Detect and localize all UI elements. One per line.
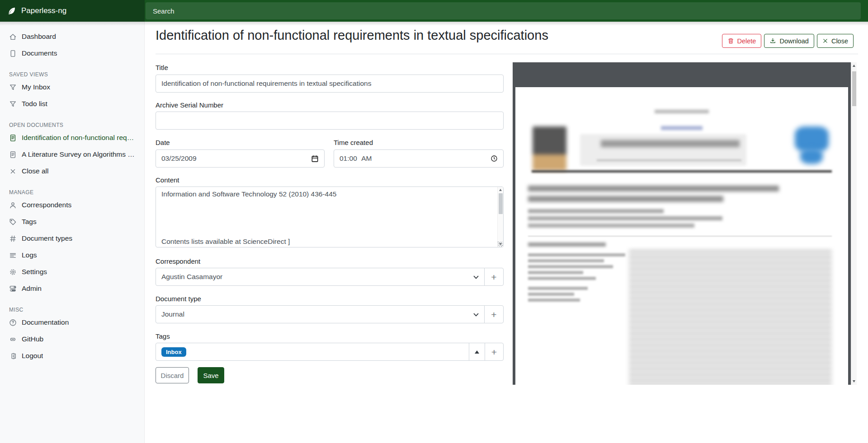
tags-input[interactable]: Inbox [156,343,469,361]
person-icon [9,201,17,209]
preview-blur-shape [528,209,664,213]
sidebar-item-admin[interactable]: Admin [0,282,144,295]
sidebar-item-label: Documents [22,49,57,57]
preview-blur-shape [528,186,779,191]
sidebar-item-documents[interactable]: Documents [0,47,144,60]
sidebar-item-todo-list[interactable]: Todo list [0,97,144,111]
scroll-up-icon[interactable] [499,189,502,191]
list-icon [9,252,17,259]
tag-badge-inbox[interactable]: Inbox [161,347,186,357]
correspondent-value: Agustin Casamayor [161,273,222,281]
add-tag-button[interactable]: + [485,343,504,361]
sidebar-section-saved-views: SAVED VIEWS [9,71,135,78]
calendar-icon[interactable] [311,155,319,163]
preview-blur-shape [528,271,583,274]
toggles-icon [9,285,17,293]
preview-blur-shape [661,126,703,130]
preview-scrollbar[interactable] [851,62,857,385]
correspondent-select[interactable]: Agustin Casamayor [156,268,485,286]
resize-grip-icon[interactable] [498,242,503,247]
plus-icon: + [491,310,496,319]
save-button[interactable]: Save [198,367,224,383]
sidebar-item-documentation[interactable]: Documentation [0,316,144,329]
document-type-select[interactable]: Journal [156,305,485,323]
sidebar-item-label: Identification of non-functional require… [22,134,135,142]
correspondent-group: Agustin Casamayor + [156,268,504,286]
tags-label: Tags [156,332,170,340]
document-type-label: Document type [156,295,201,303]
time-label: Time created [334,139,373,146]
tags-dropdown-toggle-button[interactable] [469,343,485,361]
preview-blur-shape [597,159,741,161]
sidebar-item-logout[interactable]: Logout [0,349,144,363]
chevron-down-icon [473,273,479,281]
link-icon [9,336,17,343]
title-input[interactable] [156,75,504,93]
sidebar-item-correspondents[interactable]: Correspondents [0,198,144,212]
leaf-logo-icon [7,6,16,15]
content-label: Content [156,176,179,184]
preview-page [515,87,848,385]
sidebar-item-open-doc-2[interactable]: A Literature Survey on Algorithms for Mu… [0,148,144,161]
scroll-down-icon[interactable] [853,380,855,382]
top-navbar: Paperless-ng [0,0,868,22]
file-icon [9,50,17,57]
delete-button[interactable]: Delete [722,34,762,48]
content-text: Information and Software Technology 52 (… [161,189,493,247]
preview-blur-shape [655,110,709,113]
preview-blur-shape [528,196,723,202]
scroll-up-icon[interactable] [853,65,855,67]
document-preview [513,62,857,385]
sidebar-item-settings[interactable]: Settings [0,265,144,279]
preview-blur-shape [528,224,694,228]
house-icon [9,33,17,41]
sidebar-item-logs[interactable]: Logs [0,248,144,262]
preview-blur-shape [528,298,580,302]
brand-label: Paperless-ng [21,6,66,15]
sidebar-item-github[interactable]: GitHub [0,332,144,346]
asn-input[interactable] [156,112,504,130]
search-bar [145,0,868,22]
sidebar-item-tags[interactable]: Tags [0,215,144,228]
sidebar-item-label: Logs [22,251,37,259]
file-text-icon [9,134,17,142]
clock-icon[interactable] [491,155,498,162]
page-title: Identification of non-functional require… [156,27,730,44]
time-input[interactable]: 01:00 AM [334,149,504,168]
sidebar-item-my-inbox[interactable]: My Inbox [0,80,144,94]
plus-icon: + [491,347,497,357]
sidebar-item-label: GitHub [22,335,43,343]
preview-blur-shape [528,253,625,256]
sidebar-item-dashboard[interactable]: Dashboard [0,30,144,43]
scrollbar-thumb[interactable] [499,193,503,214]
search-input[interactable] [146,2,861,19]
close-button[interactable]: Close [817,34,854,48]
preview-blur-shape [533,126,566,171]
close-button-label: Close [831,37,848,45]
sidebar-item-label: Close all [22,167,48,175]
preview-blur-shape [528,277,596,280]
scrollbar-thumb[interactable] [852,71,856,106]
sidebar-item-document-types[interactable]: Document types [0,232,144,245]
sidebar-item-label: Admin [22,284,42,293]
content-scrollbar[interactable] [497,187,503,247]
sidebar-item-label: Dashboard [22,33,56,41]
discard-button[interactable]: Discard [156,367,189,383]
sidebar-section-manage: MANAGE [9,189,135,196]
title-label: Title [156,64,168,71]
plus-icon: + [491,272,496,282]
sidebar-section-open-documents: OPEN DOCUMENTS [9,122,135,128]
caret-up-icon [475,350,479,354]
add-document-type-button[interactable]: + [484,305,504,323]
content-textarea[interactable]: Information and Software Technology 52 (… [156,187,504,247]
preview-blur-shape [601,140,740,147]
sidebar-item-open-doc-1[interactable]: Identification of non-functional require… [0,131,144,145]
app-brand[interactable]: Paperless-ng [0,0,145,22]
add-correspondent-button[interactable]: + [484,268,504,286]
date-input[interactable]: 03/25/2009 [156,149,325,168]
hash-icon [9,235,17,242]
sidebar-item-close-all[interactable]: Close all [0,164,144,178]
trash-icon [727,37,734,44]
funnel-icon [9,84,17,91]
download-button[interactable]: Download [764,34,814,48]
